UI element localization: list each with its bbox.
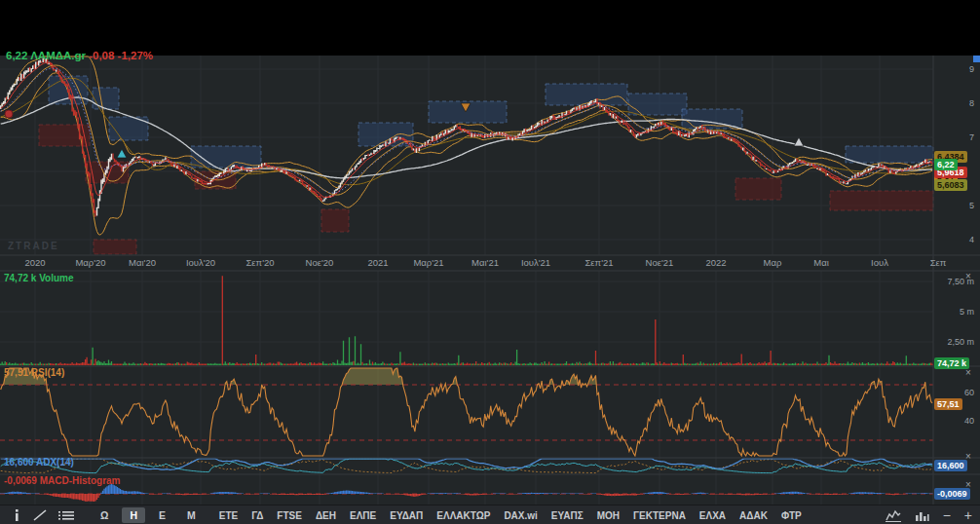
rsi-axis-tick: 40	[964, 416, 974, 426]
ticker-button[interactable]: ΔΕΗ	[311, 508, 341, 523]
ticker-button[interactable]: ΕΥΔΑΠ	[385, 508, 428, 523]
line-chart-icon[interactable]	[886, 509, 901, 522]
symbol-last-price: 6,22 ΛΑΜΔΑ.gr	[6, 50, 86, 61]
timeframe-button-Η[interactable]: Η	[122, 507, 145, 523]
macd-panel-label: -0,0069 MACD-Histogram	[4, 475, 120, 486]
price-level-badge: 5,6083	[934, 179, 967, 191]
date-axis-label: Μαρ'21	[413, 257, 443, 268]
zoom-out-button[interactable]: −	[943, 509, 951, 521]
trading-app-window: 6,22 ΛΑΜΔΑ.gr -0,08 -1,27% ZTRADE 74,72 …	[0, 0, 980, 524]
ticker-button[interactable]: ΕΥΑΠΣ	[547, 508, 588, 523]
date-axis-label: Νοε'21	[646, 257, 674, 268]
timeframe-button-Ε[interactable]: Ε	[151, 507, 173, 523]
volume-panel-label: 74,72 k Volume	[4, 273, 74, 283]
date-axis-label: Μαι'21	[471, 257, 499, 268]
rsi-value-badge: 57,51	[934, 398, 962, 410]
date-axis-label: Νοε'20	[306, 257, 334, 268]
top-black-band	[0, 0, 980, 56]
date-axis-label: Ιουλ	[871, 257, 888, 268]
ticker-button[interactable]: ΜΟΗ	[592, 508, 624, 523]
ticker-button[interactable]: ΕΛΧΑ	[695, 508, 731, 523]
price-axis-tick: 5	[969, 201, 974, 210]
price-axis-tick: 9	[969, 64, 974, 74]
ticker-button[interactable]: ΕΤΕ	[214, 508, 243, 523]
adx-panel-label: 16,600 ADX(14)	[4, 457, 74, 468]
date-axis-label: 2022	[705, 257, 726, 268]
draw-tool-icon[interactable]	[33, 509, 47, 521]
date-axis-label: Μαι'20	[129, 257, 156, 268]
price-level-badge: 6,22	[934, 159, 958, 170]
date-axis-label: Σεπ'20	[245, 257, 274, 268]
ticker-button[interactable]: FTSE	[272, 508, 307, 523]
date-axis-label: 2021	[367, 257, 388, 268]
ticker-button[interactable]: ΕΛΛΑΚΤΩΡ	[432, 508, 495, 523]
date-axis-label: Ιουλ'20	[186, 257, 215, 268]
rsi-panel-label: 57,51 RSI(14)	[4, 367, 64, 378]
ticker-button[interactable]: ΑΔΑΚ	[735, 508, 773, 523]
adx-value-badge: 16,600	[934, 460, 967, 471]
date-axis-label: Μαρ'20	[75, 257, 105, 268]
symbol-quote-line: 6,22 ΛΑΜΔΑ.gr -0,08 -1,27%	[6, 50, 153, 61]
toolbar-right-controls: − +	[872, 509, 972, 522]
ztrade-watermark: ZTRADE	[8, 241, 59, 251]
ticker-button[interactable]: DAX.wi	[499, 508, 542, 523]
symbol-change: -0,08 -1,27%	[89, 50, 153, 61]
price-axis-tick: 7	[969, 132, 974, 142]
date-axis-label: Σεπ	[930, 257, 947, 268]
price-chart-canvas[interactable]	[0, 0, 980, 505]
timeframe-button-group: ΩΗΕΜ	[90, 507, 207, 523]
info-icon[interactable]	[12, 509, 21, 521]
date-axis-label: Σεπ'21	[584, 257, 613, 268]
date-axis-label: 2020	[24, 257, 45, 268]
ticker-button[interactable]: ΦΤΡ	[776, 508, 807, 523]
ticker-button[interactable]: ΓΕΚΤΕΡΝΑ	[628, 508, 691, 523]
zoom-in-button[interactable]: +	[964, 509, 972, 521]
price-axis-tick: 8	[969, 98, 974, 108]
volume-axis-tick: 5 m	[960, 307, 974, 317]
ticker-list: ΕΤΕΓΔFTSEΔΕΗΕΛΠΕΕΥΔΑΠΕΛΛΑΚΤΩΡDAX.wiΕΥΑΠΣ…	[212, 508, 809, 523]
bar-chart-icon[interactable]	[915, 509, 929, 522]
volume-axis-tick: 2,50 m	[947, 337, 974, 347]
rsi-panel-close-icon[interactable]: ×	[962, 368, 974, 379]
ticker-button[interactable]: ΓΔ	[246, 508, 268, 523]
price-axis-tick: 4	[969, 235, 974, 244]
date-axis-label: Μαι	[813, 257, 829, 268]
timeframe-button-Μ[interactable]: Μ	[179, 507, 204, 523]
volume-panel-close-icon[interactable]: ×	[962, 272, 974, 282]
rsi-axis-tick: 60	[964, 388, 974, 397]
date-axis-label: Ιουλ'21	[521, 257, 550, 268]
bottom-toolbar: ΩΗΕΜ ΕΤΕΓΔFTSEΔΕΗΕΛΠΕΕΥΔΑΠΕΛΛΑΚΤΩΡDAX.wi…	[0, 505, 980, 524]
date-axis-label: Μαρ	[764, 257, 782, 268]
timeframe-button-Ω[interactable]: Ω	[93, 507, 116, 523]
ticker-button[interactable]: ΕΛΠΕ	[345, 508, 381, 523]
volume-value-badge: 74,72 k	[934, 357, 969, 369]
macd-value-badge: -0,0069	[934, 488, 970, 500]
indicators-list-icon[interactable]	[58, 509, 74, 521]
top-right-chip	[973, 56, 980, 62]
